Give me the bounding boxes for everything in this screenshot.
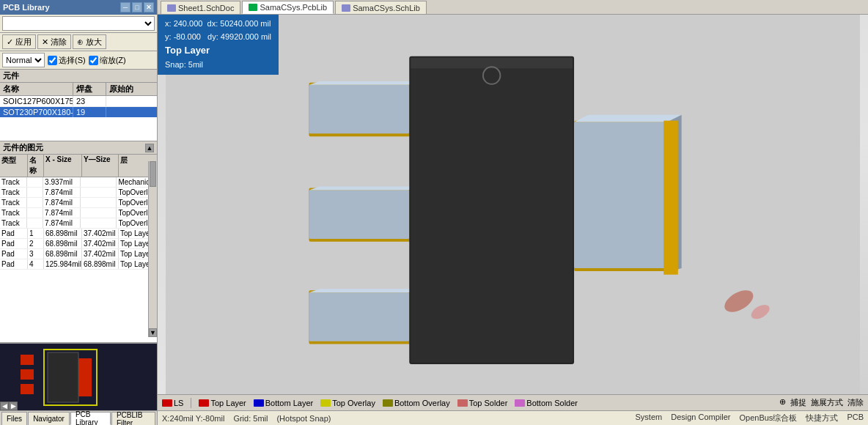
elem-name-5: 1 (28, 229, 44, 238)
tab-sheet1[interactable]: Sheet1.SchDoc (161, 1, 240, 14)
elem-name-2 (27, 198, 43, 207)
footer-right: System Design Compiler OpenBus综合板 快捷方式 P… (636, 413, 864, 424)
svg-marker-10 (309, 81, 419, 85)
maximize-btn[interactable]: □ (132, 2, 142, 12)
tab-pcb-library[interactable]: PCB Library (70, 412, 111, 425)
tab-pcblib[interactable]: SamaCSys.PcbLib (242, 1, 334, 14)
elem-row-2[interactable]: Track 7.874mil TopOverlay (0, 198, 157, 208)
preview-nav-left[interactable]: ◀ (0, 402, 9, 410)
legend-ls-label: LS (174, 399, 183, 407)
select-checkbox[interactable] (48, 56, 57, 65)
elements-scroll-up[interactable]: ▲ (145, 144, 154, 152)
preview-nav-right[interactable]: ▶ (9, 402, 18, 410)
minimize-btn[interactable]: ─ (120, 2, 130, 12)
capture-label[interactable]: 捕捉 (790, 397, 806, 408)
svg-rect-2 (21, 355, 34, 365)
svg-rect-9 (309, 85, 409, 133)
elem-ysize-6: 37.402mil (82, 239, 119, 248)
elem-type-1: Track (0, 188, 27, 197)
tab-files[interactable]: Files (1, 412, 27, 425)
component-row-0[interactable]: SOIC127P600X175-8 23 (0, 96, 157, 107)
tab-bar: Sheet1.SchDoc SamaCSys.PcbLib SamaCSys.S… (158, 0, 868, 15)
elem-col-name: 名称 (28, 155, 44, 177)
preview-pane: ◀ ▶ (0, 343, 157, 410)
elements-scrollbar[interactable]: ▼ (148, 161, 157, 337)
legend-bottom-solder-label: Bottom Solder (526, 399, 578, 407)
bottom-tab-bar: Files Navigator PCB Library PCBLIB Filte… (0, 410, 157, 425)
elem-xsize-8: 125.984mil (44, 259, 82, 269)
icon-capture[interactable]: ⊕ (779, 397, 786, 408)
elem-ysize-5: 37.402mil (82, 229, 119, 238)
elem-row-0[interactable]: Track 3.937mil Mechanical (0, 177, 157, 188)
elem-row-4[interactable]: Track 7.874mil TopOverlay (0, 218, 157, 229)
footer-bar: X:240mil Y:-80mil Grid: 5mil (Hotspot Sn… (158, 410, 868, 425)
tab-pcblib-label: SamaCSys.PcbLib (260, 3, 327, 12)
legend-top-solder: Top Solder (457, 399, 508, 407)
elem-name-4 (27, 218, 43, 228)
elem-ysize-0 (81, 177, 117, 187)
overlay-label[interactable]: 施展方式 (811, 397, 843, 408)
component-list-header: 名称 焊盘 原始的 (0, 83, 157, 96)
elem-row-3[interactable]: Track 7.874mil TopOverlay (0, 208, 157, 218)
elem-xsize-0: 3.937mil (43, 177, 81, 187)
elem-name-0 (27, 177, 43, 187)
elem-row-1[interactable]: Track 7.874mil TopOverlay (0, 188, 157, 198)
close-btn[interactable]: ✕ (144, 2, 154, 12)
comp-name-0: SOIC127P600X175-8 (0, 96, 73, 106)
elem-row-6[interactable]: Pad 2 68.898mil 37.402mil Top Layer (0, 239, 157, 249)
svg-rect-25 (574, 122, 667, 268)
elem-type-8: Pad (0, 259, 28, 269)
pcb-viewport[interactable] (158, 15, 868, 394)
elem-name-8: 4 (28, 259, 44, 269)
svg-rect-4 (21, 384, 34, 394)
svg-marker-18 (309, 289, 419, 292)
elem-row-7[interactable]: Pad 3 68.898mil 37.402mil Top Layer (0, 249, 157, 259)
elem-ysize-7: 37.402mil (82, 249, 119, 259)
select-checkbox-label[interactable]: 选择(S) (48, 55, 86, 66)
elem-type-0: Track (0, 177, 27, 187)
footer-design-compiler: Design Compiler (671, 413, 730, 424)
footer-hotspot: (Hotspot Snap) (276, 414, 331, 423)
close-label[interactable]: 清除 (847, 397, 864, 408)
tab-navigator[interactable]: Navigator (28, 412, 70, 425)
elem-xsize-2: 7.874mil (43, 198, 81, 207)
component-list: SOIC127P600X175-8 23 SOT230P700X180-4 19 (0, 96, 157, 141)
normal-select[interactable]: Normal (2, 53, 45, 67)
elem-type-6: Pad (0, 239, 28, 248)
zoom-button[interactable]: ⊕ 放大 (73, 34, 106, 49)
scroll-down-btn[interactable]: ▼ (149, 328, 157, 337)
tab-pcblib-filter[interactable]: PCBLIB Filter (111, 412, 155, 425)
legend-top-layer: Top Layer (199, 399, 246, 407)
elem-row-5[interactable]: Pad 1 68.898mil 37.402mil Top Layer (0, 229, 157, 239)
component-row-1[interactable]: SOT230P700X180-4 19 (0, 107, 157, 117)
col-pads-header: 焊盘 (73, 83, 106, 95)
elements-list-header: 类型 名称 X - Size Y—Size 层 (0, 155, 157, 177)
elem-type-4: Track (0, 218, 27, 228)
footer-pcb: PCB (847, 413, 864, 424)
remove-button[interactable]: ✕ 清除 (37, 34, 71, 49)
elem-name-3 (27, 208, 43, 218)
col-name-header: 名称 (0, 83, 73, 95)
elem-row-8[interactable]: Pad 4 125.984mil 68.898mil Top Layer (0, 259, 157, 270)
elem-xsize-3: 7.874mil (43, 208, 81, 218)
svg-rect-21 (411, 58, 573, 363)
svg-rect-3 (21, 369, 34, 380)
legend-bottom-solder: Bottom Solder (515, 399, 578, 407)
elem-xsize-1: 7.874mil (43, 188, 81, 197)
shrink-checkbox-label[interactable]: 缩放(Z) (89, 55, 126, 66)
panel-title: PCB Library (3, 3, 50, 12)
canvas-area: x: 240.000 dx: 50240.000 mil y: -80.000 … (158, 15, 868, 425)
tab-schlib[interactable]: SamaCSys.SchLib (335, 1, 427, 14)
comp-orig-0 (106, 96, 157, 106)
layer-legend-bar: LS Top Layer Bottom Layer Top Overlay (158, 394, 868, 410)
comp-pads-1: 19 (73, 107, 106, 117)
shrink-checkbox[interactable] (89, 56, 98, 65)
apply-button[interactable]: ✓ 应用 (2, 34, 36, 49)
component-select[interactable] (2, 16, 155, 31)
elem-type-3: Track (0, 208, 27, 218)
elem-xsize-7: 68.898mil (44, 249, 82, 259)
elem-name-1 (27, 188, 43, 197)
legend-ls: LS (162, 399, 183, 407)
footer-openbus: OpenBus综合板 (740, 413, 798, 424)
elem-name-6: 2 (28, 239, 44, 248)
